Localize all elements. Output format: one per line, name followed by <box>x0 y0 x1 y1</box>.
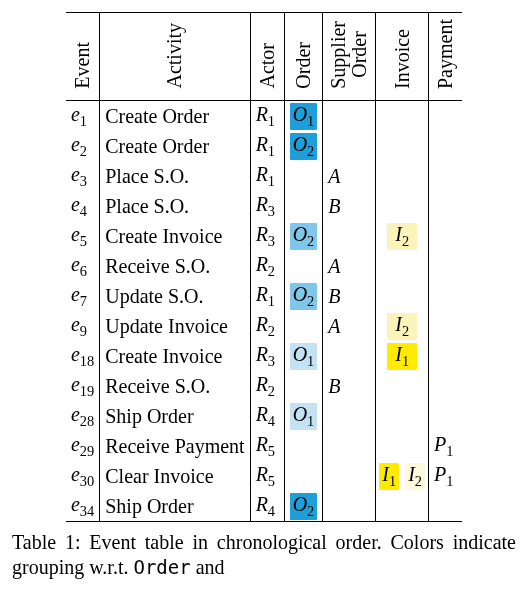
cell-supplier-order <box>323 431 376 461</box>
cell-order <box>284 461 323 491</box>
cell-activity: Create Order <box>100 131 250 161</box>
cell-event: e4 <box>66 191 100 221</box>
cell-payment <box>429 491 463 522</box>
cell-actor: R1 <box>250 161 284 191</box>
table-row: e28Ship OrderR4O1 <box>66 401 462 431</box>
table-row: e30Clear InvoiceR5I1I2P1 <box>66 461 462 491</box>
table-row: e9Update InvoiceR2A I2 <box>66 311 462 341</box>
cell-supplier-order <box>323 401 376 431</box>
col-actor: Actor <box>250 13 284 101</box>
cell-activity: Create Order <box>100 101 250 132</box>
table-row: e2Create OrderR1O2 <box>66 131 462 161</box>
cell-payment <box>429 311 463 341</box>
col-event: Event <box>66 13 100 101</box>
cell-activity: Create Invoice <box>100 341 250 371</box>
table-row: e29Receive PaymentR5P1 <box>66 431 462 461</box>
cell-event: e3 <box>66 161 100 191</box>
event-table: Event Activity Actor Order SupplierOrder… <box>66 12 462 522</box>
cell-payment <box>429 281 463 311</box>
cell-invoice <box>376 161 429 191</box>
table-row: e7Update S.O.R1O2B <box>66 281 462 311</box>
cell-event: e7 <box>66 281 100 311</box>
cell-activity: Receive S.O. <box>100 371 250 401</box>
cell-event: e29 <box>66 431 100 461</box>
table-row: e3Place S.O.R1A <box>66 161 462 191</box>
cell-supplier-order <box>323 221 376 251</box>
cell-order: O1 <box>284 401 323 431</box>
cell-activity: Update Invoice <box>100 311 250 341</box>
cell-supplier-order <box>323 491 376 522</box>
cell-invoice <box>376 131 429 161</box>
cell-invoice <box>376 491 429 522</box>
cell-invoice <box>376 281 429 311</box>
cell-event: e5 <box>66 221 100 251</box>
cell-event: e19 <box>66 371 100 401</box>
cell-payment <box>429 161 463 191</box>
cell-order: O1 <box>284 101 323 132</box>
col-activity: Activity <box>100 13 250 101</box>
cell-payment <box>429 251 463 281</box>
cell-invoice: I2 <box>402 461 428 491</box>
cell-payment <box>429 371 463 401</box>
col-invoice: Invoice <box>376 13 429 101</box>
cell-supplier-order <box>323 101 376 132</box>
cell-activity: Receive S.O. <box>100 251 250 281</box>
cell-payment <box>429 221 463 251</box>
col-supplier-order: SupplierOrder <box>323 13 376 101</box>
cell-order <box>284 161 323 191</box>
cell-actor: R3 <box>250 341 284 371</box>
cell-event: e30 <box>66 461 100 491</box>
cell-payment: P1 <box>429 461 463 491</box>
cell-event: e9 <box>66 311 100 341</box>
cell-payment <box>429 191 463 221</box>
cell-invoice <box>376 401 429 431</box>
cell-payment <box>429 401 463 431</box>
cell-activity: Place S.O. <box>100 191 250 221</box>
cell-invoice <box>376 431 429 461</box>
cell-activity: Ship Order <box>100 491 250 522</box>
header-row: Event Activity Actor Order SupplierOrder… <box>66 13 462 101</box>
cell-supplier-order: B <box>323 371 376 401</box>
col-payment: Payment <box>429 13 463 101</box>
cell-supplier-order: A <box>323 251 376 281</box>
cell-payment <box>429 341 463 371</box>
cell-actor: R4 <box>250 491 284 522</box>
cell-invoice <box>376 371 429 401</box>
cell-order: O2 <box>284 131 323 161</box>
cell-activity: Place S.O. <box>100 161 250 191</box>
cell-invoice: I1 <box>376 341 429 371</box>
col-order: Order <box>284 13 323 101</box>
cell-actor: R3 <box>250 191 284 221</box>
table-row: e18Create InvoiceR3O1 I1 <box>66 341 462 371</box>
cell-payment <box>429 101 463 132</box>
table-row: e1Create OrderR1O1 <box>66 101 462 132</box>
cell-event: e6 <box>66 251 100 281</box>
cell-order: O2 <box>284 491 323 522</box>
table-body: e1Create OrderR1O1e2Create OrderR1O2e3Pl… <box>66 101 462 522</box>
cell-payment: P1 <box>429 431 463 461</box>
cell-invoice: I2 <box>376 221 429 251</box>
cell-order: O2 <box>284 221 323 251</box>
cell-invoice: I1 <box>376 461 402 491</box>
cell-order <box>284 431 323 461</box>
cell-supplier-order <box>323 461 376 491</box>
cell-invoice <box>376 251 429 281</box>
cell-activity: Create Invoice <box>100 221 250 251</box>
cell-supplier-order: B <box>323 281 376 311</box>
cell-order <box>284 191 323 221</box>
cell-activity: Update S.O. <box>100 281 250 311</box>
cell-invoice <box>376 101 429 132</box>
cell-order: O2 <box>284 281 323 311</box>
cell-actor: R1 <box>250 131 284 161</box>
cell-event: e1 <box>66 101 100 132</box>
cell-invoice <box>376 191 429 221</box>
cell-supplier-order: A <box>323 161 376 191</box>
table-row: e34Ship OrderR4O2 <box>66 491 462 522</box>
cell-event: e18 <box>66 341 100 371</box>
cell-actor: R3 <box>250 221 284 251</box>
cell-invoice: I2 <box>376 311 429 341</box>
table-row: e4Place S.O.R3B <box>66 191 462 221</box>
cell-actor: R2 <box>250 311 284 341</box>
cell-actor: R1 <box>250 281 284 311</box>
cell-activity: Receive Payment <box>100 431 250 461</box>
